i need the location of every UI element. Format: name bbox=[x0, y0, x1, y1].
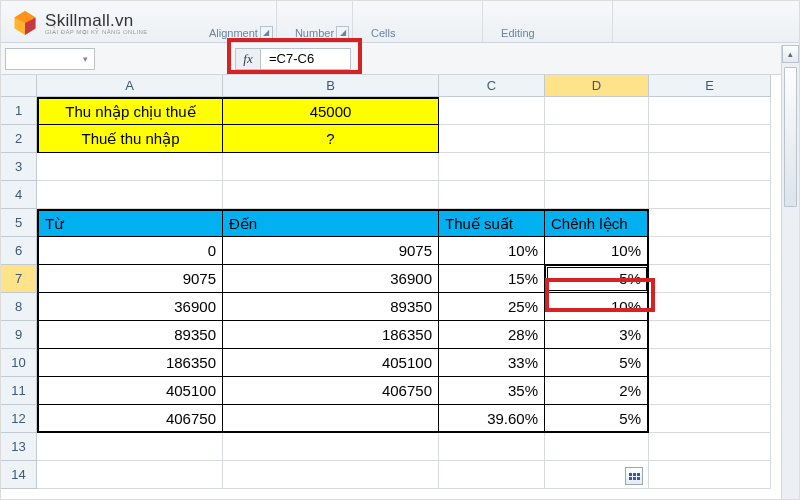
cell[interactable] bbox=[545, 125, 649, 153]
cell[interactable] bbox=[649, 153, 771, 181]
row-header[interactable]: 9 bbox=[1, 321, 37, 349]
ribbon-group-number[interactable]: Number ◢ bbox=[277, 1, 353, 42]
cell[interactable]: 2% bbox=[545, 377, 649, 405]
cell[interactable]: 5% bbox=[545, 405, 649, 433]
column-header[interactable]: A bbox=[37, 75, 223, 97]
row-header[interactable]: 10 bbox=[1, 349, 37, 377]
cell[interactable]: 39.60% bbox=[439, 405, 545, 433]
cell[interactable]: Chênh lệch bbox=[545, 209, 649, 237]
cell[interactable]: 186350 bbox=[37, 349, 223, 377]
row-header[interactable]: 14 bbox=[1, 461, 37, 489]
cell[interactable]: 406750 bbox=[37, 405, 223, 433]
row-header[interactable]: 12 bbox=[1, 405, 37, 433]
row-header[interactable]: 13 bbox=[1, 433, 37, 461]
name-box[interactable]: ▾ bbox=[5, 48, 95, 70]
cell[interactable]: Thu nhập chịu thuế bbox=[37, 97, 223, 125]
row-header[interactable]: 5 bbox=[1, 209, 37, 237]
cell[interactable]: 36900 bbox=[37, 293, 223, 321]
cell[interactable]: ? bbox=[223, 125, 439, 153]
cell[interactable] bbox=[545, 97, 649, 125]
cell[interactable] bbox=[649, 433, 771, 461]
cell[interactable] bbox=[649, 461, 771, 489]
ribbon-group-label: Editing bbox=[501, 27, 535, 39]
cell[interactable]: 25% bbox=[439, 293, 545, 321]
cell[interactable]: 186350 bbox=[223, 321, 439, 349]
cell[interactable] bbox=[439, 97, 545, 125]
chevron-down-icon[interactable]: ▾ bbox=[83, 54, 88, 64]
cell[interactable] bbox=[649, 321, 771, 349]
cell[interactable] bbox=[649, 349, 771, 377]
cell[interactable]: 28% bbox=[439, 321, 545, 349]
cell[interactable]: 35% bbox=[439, 377, 545, 405]
column-header[interactable]: D bbox=[545, 75, 649, 97]
cell[interactable] bbox=[649, 265, 771, 293]
cell[interactable]: 406750 bbox=[223, 377, 439, 405]
cell[interactable]: 0 bbox=[37, 237, 223, 265]
cell[interactable] bbox=[649, 237, 771, 265]
row-header[interactable]: 4 bbox=[1, 181, 37, 209]
cell[interactable]: Từ bbox=[37, 209, 223, 237]
row-header[interactable]: 7 bbox=[1, 265, 37, 293]
column-header[interactable]: E bbox=[649, 75, 771, 97]
scroll-up-button[interactable]: ▴ bbox=[782, 45, 799, 63]
cell[interactable] bbox=[545, 181, 649, 209]
column-header[interactable]: B bbox=[223, 75, 439, 97]
cell[interactable]: 9075 bbox=[223, 237, 439, 265]
ribbon-group-alignment[interactable]: Alignment ◢ bbox=[191, 1, 277, 42]
cell[interactable]: 89350 bbox=[37, 321, 223, 349]
excel-window: Skillmall.vn GIẢI ĐÁP MỌI KỸ NĂNG ONLINE… bbox=[0, 0, 800, 500]
row-header[interactable]: 2 bbox=[1, 125, 37, 153]
cell[interactable] bbox=[439, 153, 545, 181]
cell[interactable]: 89350 bbox=[223, 293, 439, 321]
row-header[interactable]: 8 bbox=[1, 293, 37, 321]
cell[interactable]: 45000 bbox=[223, 97, 439, 125]
cell[interactable]: 33% bbox=[439, 349, 545, 377]
cell[interactable] bbox=[223, 461, 439, 489]
cell[interactable]: 9075 bbox=[37, 265, 223, 293]
cell[interactable]: Đến bbox=[223, 209, 439, 237]
cell[interactable] bbox=[649, 181, 771, 209]
cell[interactable]: 10% bbox=[439, 237, 545, 265]
select-all-corner[interactable] bbox=[1, 75, 37, 97]
cell[interactable] bbox=[649, 97, 771, 125]
cell[interactable] bbox=[649, 405, 771, 433]
cell[interactable] bbox=[439, 125, 545, 153]
cell[interactable]: 405100 bbox=[37, 377, 223, 405]
cell[interactable] bbox=[545, 153, 649, 181]
ribbon-group-editing[interactable]: Editing bbox=[483, 1, 613, 42]
cell[interactable] bbox=[649, 293, 771, 321]
cell[interactable] bbox=[37, 153, 223, 181]
cell[interactable]: 3% bbox=[545, 321, 649, 349]
cell[interactable] bbox=[439, 433, 545, 461]
cell[interactable] bbox=[37, 461, 223, 489]
cell[interactable] bbox=[223, 181, 439, 209]
row-header[interactable]: 6 bbox=[1, 237, 37, 265]
cell[interactable] bbox=[649, 377, 771, 405]
cell[interactable] bbox=[439, 181, 545, 209]
cell[interactable]: 36900 bbox=[223, 265, 439, 293]
cell[interactable]: 405100 bbox=[223, 349, 439, 377]
cell[interactable]: 5% bbox=[545, 349, 649, 377]
cell[interactable]: Thuế thu nhập bbox=[37, 125, 223, 153]
row-header[interactable]: 11 bbox=[1, 377, 37, 405]
cell[interactable] bbox=[223, 405, 439, 433]
row-headers: 1234567891011121314 bbox=[1, 97, 37, 489]
cell[interactable]: 15% bbox=[439, 265, 545, 293]
autofill-options-icon[interactable] bbox=[625, 467, 643, 485]
cell[interactable] bbox=[439, 461, 545, 489]
row-header[interactable]: 1 bbox=[1, 97, 37, 125]
cell[interactable] bbox=[649, 125, 771, 153]
cell[interactable] bbox=[223, 153, 439, 181]
cell[interactable]: 10% bbox=[545, 237, 649, 265]
scroll-thumb[interactable] bbox=[784, 67, 797, 207]
column-header[interactable]: C bbox=[439, 75, 545, 97]
row-header[interactable]: 3 bbox=[1, 153, 37, 181]
vertical-scrollbar[interactable]: ▴ bbox=[781, 45, 799, 499]
cell[interactable] bbox=[37, 433, 223, 461]
cell[interactable] bbox=[545, 433, 649, 461]
cell[interactable] bbox=[223, 433, 439, 461]
cell[interactable] bbox=[649, 209, 771, 237]
cell[interactable]: Thuế suất bbox=[439, 209, 545, 237]
cell[interactable] bbox=[37, 181, 223, 209]
ribbon-group-cells[interactable]: Cells bbox=[353, 1, 483, 42]
